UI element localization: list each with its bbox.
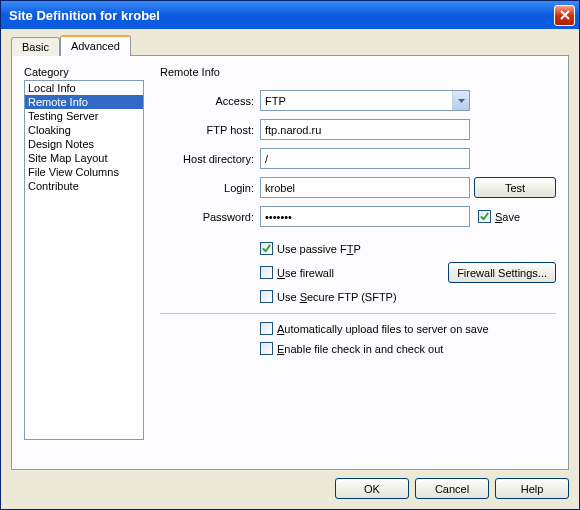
cat-file-view-columns[interactable]: File View Columns	[25, 165, 143, 179]
label-access: Access:	[160, 95, 256, 107]
passive-ftp-label: Use passive FTP	[277, 243, 361, 255]
passive-ftp-checkbox[interactable]	[260, 242, 273, 255]
cancel-button[interactable]: Cancel	[415, 478, 489, 499]
auto-upload-label: Automatically upload files to server on …	[277, 323, 489, 335]
cat-site-map-layout[interactable]: Site Map Layout	[25, 151, 143, 165]
help-button[interactable]: Help	[495, 478, 569, 499]
passive-ftp-row: Use passive FTP	[260, 242, 556, 255]
login-input[interactable]	[260, 177, 470, 198]
dialog-body: Basic Advanced Category Local Info Remot…	[1, 29, 579, 509]
dialog-footer: OK Cancel Help	[11, 470, 569, 499]
test-button[interactable]: Test	[474, 177, 556, 198]
save-password-row: Save	[474, 210, 556, 223]
divider	[160, 313, 556, 314]
label-login: Login:	[160, 182, 256, 194]
secure-ftp-checkbox[interactable]	[260, 290, 273, 303]
cat-design-notes[interactable]: Design Notes	[25, 137, 143, 151]
checkinout-row: Enable file check in and check out	[260, 342, 556, 355]
firewall-row: Use firewall Firewall Settings...	[260, 262, 556, 283]
label-password: Password:	[160, 211, 256, 223]
section-title: Remote Info	[160, 66, 556, 78]
remote-info-form: Access: FTP FTP host: Host directory:	[160, 90, 556, 303]
cat-remote-info[interactable]: Remote Info	[25, 95, 143, 109]
checkinout-label: Enable file check in and check out	[277, 343, 443, 355]
ftp-host-input[interactable]	[260, 119, 470, 140]
auto-upload-row: Automatically upload files to server on …	[260, 322, 556, 335]
tab-advanced[interactable]: Advanced	[60, 35, 131, 56]
label-ftp-host: FTP host:	[160, 124, 256, 136]
save-checkbox[interactable]	[478, 210, 491, 223]
cat-contribute[interactable]: Contribute	[25, 179, 143, 193]
access-value: FTP	[265, 95, 286, 107]
firewall-checkbox[interactable]	[260, 266, 273, 279]
close-button[interactable]	[554, 5, 575, 26]
password-input[interactable]	[260, 206, 470, 227]
auto-upload-checkbox[interactable]	[260, 322, 273, 335]
label-host-dir: Host directory:	[160, 153, 256, 165]
tab-content: Category Local Info Remote Info Testing …	[11, 55, 569, 470]
checkinout-checkbox[interactable]	[260, 342, 273, 355]
category-column: Category Local Info Remote Info Testing …	[24, 66, 144, 459]
secure-ftp-label: Use Secure FTP (SFTP)	[277, 291, 397, 303]
cat-cloaking[interactable]: Cloaking	[25, 123, 143, 137]
dialog-window: Site Definition for krobel Basic Advance…	[0, 0, 580, 510]
firewall-settings-button[interactable]: Firewall Settings...	[448, 262, 556, 283]
cat-testing-server[interactable]: Testing Server	[25, 109, 143, 123]
tab-strip: Basic Advanced	[11, 34, 569, 55]
host-dir-input[interactable]	[260, 148, 470, 169]
titlebar[interactable]: Site Definition for krobel	[1, 1, 579, 29]
content-columns: Category Local Info Remote Info Testing …	[24, 66, 556, 459]
cat-local-info[interactable]: Local Info	[25, 81, 143, 95]
firewall-label: Use firewall	[277, 267, 334, 279]
dropdown-arrow-icon[interactable]	[452, 91, 469, 110]
secure-ftp-row: Use Secure FTP (SFTP)	[260, 290, 556, 303]
tab-basic[interactable]: Basic	[11, 37, 60, 56]
category-list[interactable]: Local Info Remote Info Testing Server Cl…	[24, 80, 144, 440]
category-label: Category	[24, 66, 144, 78]
ok-button[interactable]: OK	[335, 478, 409, 499]
window-title: Site Definition for krobel	[9, 8, 160, 23]
main-column: Remote Info Access: FTP FTP host:	[160, 66, 556, 459]
access-dropdown[interactable]: FTP	[260, 90, 470, 111]
save-label: Save	[495, 211, 520, 223]
